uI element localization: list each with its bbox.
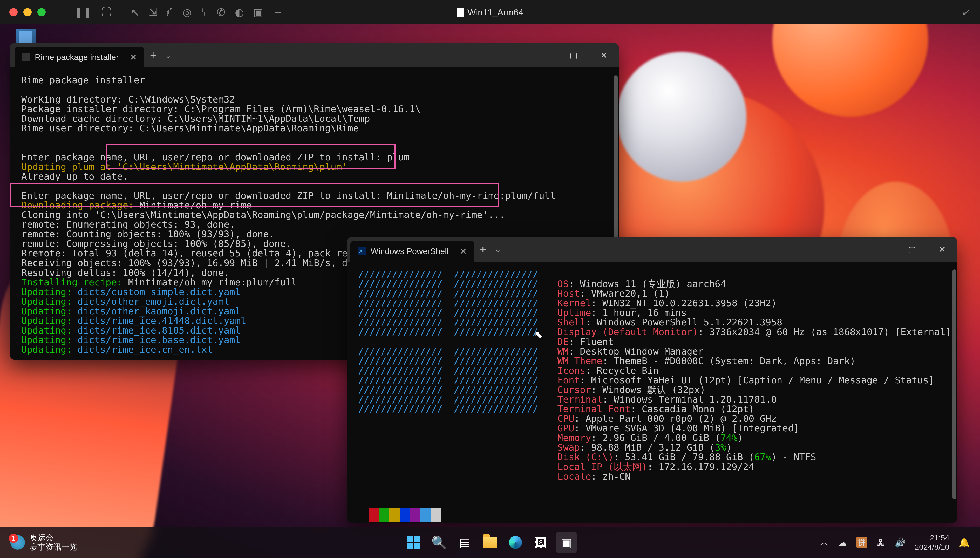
task-view-button[interactable]: ▤: [454, 532, 475, 553]
resize-icon[interactable]: ⇲: [149, 6, 158, 18]
terminal-window-powershell: Windows PowerShell ✕ + ⌄ ― ▢ ✕ /////////…: [347, 237, 957, 523]
new-tab-button[interactable]: +: [144, 43, 162, 67]
file-explorer-button[interactable]: [480, 532, 500, 553]
notifications-icon[interactable]: 🔔: [959, 537, 970, 548]
back-icon[interactable]: ←: [272, 6, 283, 18]
taskbar-center: 🔍 ▤ 🖼 ▣: [403, 532, 577, 553]
windows-taskbar: 奥运会 赛事资讯一览 🔍 ▤ 🖼 ▣ ︿ ☁ 拼 🖧 🔊 21:54 2024/…: [0, 527, 980, 558]
expand-icon[interactable]: ⤢: [962, 6, 971, 18]
onedrive-icon[interactable]: ☁: [838, 537, 847, 548]
close-tab-icon[interactable]: ✕: [130, 52, 137, 62]
tab-title: Windows PowerShell: [370, 246, 449, 256]
color-palette: [358, 508, 946, 522]
camera-icon[interactable]: ▣: [253, 6, 263, 18]
start-button[interactable]: [403, 532, 424, 553]
vm-title: Win11_Arm64: [457, 7, 523, 17]
highlight-box-1: [106, 144, 395, 169]
tab-dropdown-icon[interactable]: ⌄: [492, 237, 504, 262]
print-icon[interactable]: ⎙: [167, 6, 174, 18]
scrollbar[interactable]: [952, 269, 956, 499]
zoom-traffic[interactable]: [38, 8, 46, 16]
search-button[interactable]: 🔍: [429, 532, 449, 553]
close-button[interactable]: ✕: [588, 43, 619, 67]
minimize-button[interactable]: ―: [528, 43, 559, 67]
titlebar[interactable]: Rime package installer ✕ + ⌄ ― ▢ ✕: [10, 43, 619, 67]
news-badge-icon: [10, 535, 25, 550]
tab-rime-installer[interactable]: Rime package installer ✕: [15, 47, 144, 67]
tray-chevron-icon[interactable]: ︿: [820, 537, 829, 548]
winfetch-logo: /////////////// /////////////// ////////…: [358, 269, 538, 481]
powershell-icon: [358, 247, 366, 255]
clock-date: 2024/8/10: [915, 542, 949, 552]
tab-dropdown-icon[interactable]: ⌄: [162, 43, 174, 67]
phone-icon[interactable]: ✆: [217, 6, 226, 18]
volume-icon[interactable]: 🔊: [895, 537, 906, 548]
traffic-lights: [9, 8, 46, 16]
disc-icon[interactable]: ◎: [183, 6, 192, 18]
usb-icon[interactable]: ⑂: [201, 6, 207, 18]
close-button[interactable]: ✕: [927, 237, 957, 262]
scrollbar[interactable]: [614, 75, 618, 263]
tab-powershell[interactable]: Windows PowerShell ✕: [351, 241, 474, 262]
maximize-button[interactable]: ▢: [559, 43, 588, 67]
highlight-box-2: [10, 183, 499, 207]
photos-button[interactable]: 🖼: [531, 532, 551, 553]
taskbar-widgets[interactable]: 奥运会 赛事资讯一览: [0, 533, 77, 552]
terminal-taskbar-button[interactable]: ▣: [556, 532, 577, 553]
ime-icon[interactable]: 拼: [856, 537, 867, 548]
terminal-output[interactable]: /////////////// /////////////// ////////…: [347, 262, 957, 523]
news-line2: 赛事资讯一览: [30, 542, 77, 552]
document-icon: [457, 8, 464, 17]
cursor-icon[interactable]: ↖: [131, 6, 139, 18]
network-icon[interactable]: 🖧: [877, 538, 885, 548]
headset-icon[interactable]: ◐: [235, 6, 244, 18]
titlebar[interactable]: Windows PowerShell ✕ + ⌄ ― ▢ ✕: [347, 237, 957, 262]
close-tab-icon[interactable]: ✕: [460, 246, 467, 256]
close-traffic[interactable]: [9, 8, 18, 16]
terminal-icon: [22, 53, 30, 61]
clock[interactable]: 21:54 2024/8/10: [915, 533, 949, 552]
system-tray: ︿ ☁ 拼 🖧 🔊 21:54 2024/8/10 🔔: [820, 533, 980, 552]
maximize-button[interactable]: ▢: [897, 237, 927, 262]
tab-title: Rime package installer: [35, 53, 119, 62]
news-line1: 奥运会: [30, 533, 77, 542]
new-tab-button[interactable]: +: [474, 237, 492, 262]
minimize-button[interactable]: ―: [867, 237, 897, 262]
minimize-traffic[interactable]: [23, 8, 32, 16]
edge-button[interactable]: [505, 532, 526, 553]
vm-toolbar: ❚❚ ⛶ ↖ ⇲ ⎙ ◎ ⑂ ✆ ◐ ▣ ←: [74, 6, 283, 18]
vm-host-titlebar: ❚❚ ⛶ ↖ ⇲ ⎙ ◎ ⑂ ✆ ◐ ▣ ← Win11_Arm64 ⤢: [0, 0, 980, 25]
clock-time: 21:54: [915, 533, 949, 542]
screen-icon[interactable]: ⛶: [101, 6, 111, 18]
vm-title-text: Win11_Arm64: [467, 7, 523, 17]
winfetch-info: ------------------- OS: Windows 11 (专业版)…: [557, 269, 951, 481]
pause-icon[interactable]: ❚❚: [74, 6, 92, 18]
